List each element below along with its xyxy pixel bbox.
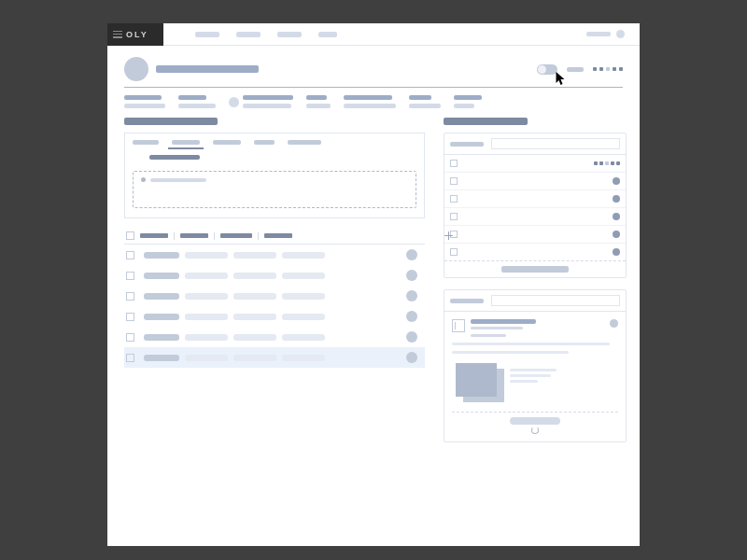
table-row[interactable] (124, 265, 425, 286)
meta-field-2 (178, 95, 216, 108)
user-avatar-icon[interactable] (616, 30, 625, 38)
header-toggle[interactable] (537, 64, 557, 75)
toggle-label (567, 67, 584, 72)
select-all-checkbox[interactable] (126, 231, 134, 240)
brand-block[interactable]: OLY (107, 23, 163, 46)
table-row[interactable] (124, 347, 425, 368)
nav-item-1[interactable] (195, 32, 219, 37)
row-checkbox[interactable] (126, 251, 134, 259)
card-panel (444, 289, 627, 442)
cell (233, 334, 276, 341)
col-header-4[interactable] (264, 233, 292, 238)
header-actions (537, 64, 623, 75)
page-title (156, 65, 259, 73)
nav-item-4[interactable] (318, 32, 337, 37)
cell (185, 293, 228, 300)
meta-field-1 (124, 95, 165, 108)
top-bar: OLY (107, 23, 640, 46)
table-row[interactable] (124, 306, 425, 327)
cell (233, 355, 276, 361)
bullet-icon (141, 177, 146, 182)
col-header-2[interactable] (180, 233, 208, 238)
row-status-icon (406, 290, 417, 301)
list-panel (444, 133, 627, 278)
cell (233, 273, 276, 279)
cell (233, 314, 276, 320)
tab-4[interactable] (250, 137, 278, 149)
meta-field-4 (306, 95, 331, 108)
cell (282, 252, 325, 259)
list-item[interactable] (444, 226, 626, 244)
item-checkbox[interactable] (450, 213, 458, 220)
cell (282, 293, 325, 300)
attachment-thumb[interactable] (456, 363, 497, 397)
cell (282, 355, 325, 361)
row-checkbox[interactable] (126, 354, 134, 362)
right-heading (444, 118, 528, 125)
col-header-1[interactable] (140, 233, 168, 238)
row-checkbox[interactable] (126, 313, 134, 321)
meta-avatar-icon (229, 97, 239, 107)
card-attachments (452, 363, 618, 404)
item-status-icon (613, 213, 620, 220)
list-item[interactable] (444, 208, 626, 226)
card-panel-label (450, 299, 484, 303)
col-header-3[interactable] (220, 233, 252, 238)
card-footer (452, 412, 618, 425)
card-subtitle (471, 327, 523, 329)
splitter-handle-icon[interactable] (443, 230, 455, 242)
list-item[interactable] (444, 155, 626, 173)
list-item[interactable] (444, 190, 626, 208)
top-right (586, 30, 625, 38)
body-split (107, 118, 640, 523)
item-checkbox[interactable] (450, 195, 458, 203)
item-status-icon (613, 177, 620, 185)
card-footer-action[interactable] (510, 417, 560, 425)
cell (185, 252, 228, 259)
row-checkbox[interactable] (126, 292, 134, 301)
list-panel-header (444, 133, 626, 155)
row-status-icon (406, 331, 417, 343)
row-checkbox[interactable] (126, 333, 134, 342)
user-name[interactable] (586, 32, 611, 36)
card-title (471, 319, 536, 324)
nav-item-2[interactable] (236, 32, 261, 37)
item-checkbox[interactable] (450, 177, 458, 185)
cell (144, 273, 179, 279)
drop-hint (150, 178, 206, 182)
meta-field-7 (454, 95, 482, 108)
card-body (444, 312, 626, 441)
list-item[interactable] (444, 173, 626, 190)
list-filter-input[interactable] (491, 138, 620, 149)
tab-1[interactable] (129, 137, 162, 149)
drop-zone-wrap (124, 165, 425, 218)
row-status-icon (406, 311, 417, 322)
drop-zone[interactable] (133, 171, 416, 208)
cell (282, 334, 325, 341)
card-panel-header (444, 290, 626, 312)
table-row[interactable] (124, 245, 425, 265)
tab-3[interactable] (209, 137, 245, 149)
meta-grid (107, 95, 640, 118)
load-more-button[interactable] (444, 260, 626, 277)
item-status-icon (613, 231, 620, 238)
cell (144, 252, 179, 259)
cell (282, 273, 325, 279)
list-item[interactable] (444, 244, 626, 260)
table-row[interactable] (124, 327, 425, 347)
card-panel-search[interactable] (491, 295, 620, 306)
tab-5[interactable] (284, 137, 325, 149)
menu-icon[interactable] (113, 31, 122, 38)
nav-item-3[interactable] (277, 32, 302, 37)
tab-2[interactable] (168, 137, 204, 149)
left-pane (107, 118, 434, 523)
card-action-icon[interactable] (610, 319, 618, 328)
table-row[interactable] (124, 286, 425, 306)
item-checkbox[interactable] (450, 248, 458, 256)
item-checkbox[interactable] (450, 160, 458, 167)
row-status-icon (406, 249, 417, 260)
cell (185, 334, 228, 341)
item-status-icon (613, 195, 620, 203)
row-checkbox[interactable] (126, 272, 134, 280)
cell (144, 314, 179, 320)
